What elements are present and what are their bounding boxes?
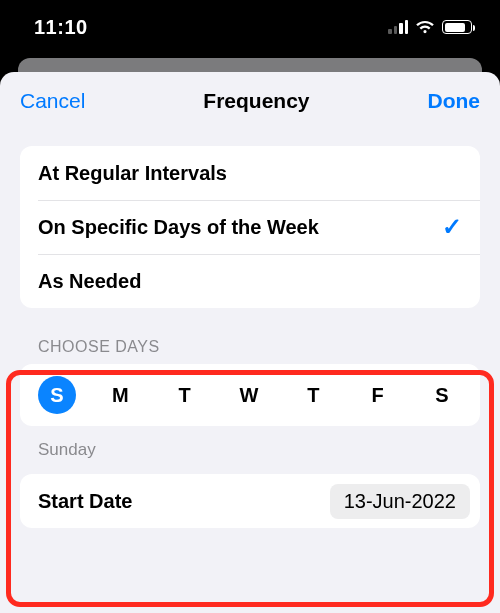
cancel-button[interactable]: Cancel — [20, 89, 85, 113]
start-date-label: Start Date — [38, 490, 132, 513]
done-button[interactable]: Done — [427, 89, 480, 113]
selected-day-label: Sunday — [38, 440, 480, 460]
status-time: 11:10 — [34, 16, 88, 39]
status-bar: 11:10 — [0, 0, 500, 54]
days-of-week-picker: S M T W T F S — [20, 364, 480, 426]
navigation-bar: Cancel Frequency Done — [0, 72, 500, 130]
day-sunday[interactable]: S — [38, 376, 76, 414]
battery-icon — [442, 20, 472, 34]
status-indicators — [388, 20, 472, 34]
start-date-row[interactable]: Start Date 13-Jun-2022 — [20, 474, 480, 528]
frequency-options-group: At Regular Intervals On Specific Days of… — [20, 146, 480, 308]
page-title: Frequency — [203, 89, 309, 113]
choose-days-header: CHOOSE DAYS — [38, 338, 480, 356]
day-thursday[interactable]: T — [293, 375, 333, 415]
option-as-needed[interactable]: As Needed — [20, 254, 480, 308]
modal-sheet: Cancel Frequency Done At Regular Interva… — [0, 72, 500, 613]
option-label: On Specific Days of the Week — [38, 216, 319, 239]
cellular-icon — [388, 20, 408, 34]
day-saturday[interactable]: S — [422, 375, 462, 415]
day-tuesday[interactable]: T — [165, 375, 205, 415]
wifi-icon — [415, 20, 435, 34]
day-monday[interactable]: M — [100, 375, 140, 415]
day-friday[interactable]: F — [358, 375, 398, 415]
start-date-value[interactable]: 13-Jun-2022 — [330, 484, 470, 519]
option-specific-days[interactable]: On Specific Days of the Week ✓ — [20, 200, 480, 254]
day-wednesday[interactable]: W — [229, 375, 269, 415]
option-regular-intervals[interactable]: At Regular Intervals — [20, 146, 480, 200]
checkmark-icon: ✓ — [442, 213, 462, 241]
option-label: At Regular Intervals — [38, 162, 227, 185]
option-label: As Needed — [38, 270, 141, 293]
